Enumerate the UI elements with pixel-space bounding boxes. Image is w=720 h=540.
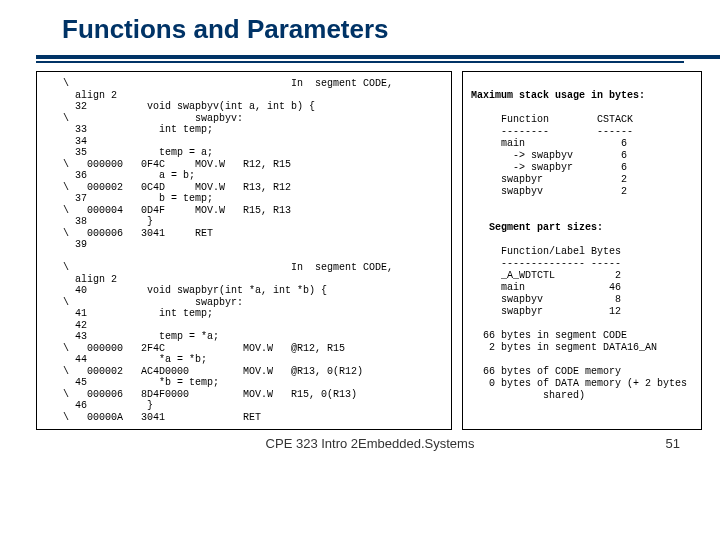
footer: CPE 323 Intro 2Embedded.Systems 51 [0,430,720,451]
content-row: \ In segment CODE, align 2 32 void swapb… [0,63,720,430]
title-underline-thin [36,61,684,63]
title-underline [36,55,684,59]
footer-text: CPE 323 Intro 2Embedded.Systems [0,436,620,451]
stack-heading: Maximum stack usage in bytes: [471,90,645,101]
summary-code: 66 bytes in segment CODE 2 bytes in segm… [471,330,657,353]
stack-table: Function CSTACK -------- ------ main 6 -… [471,114,633,197]
stack-usage-box: Maximum stack usage in bytes: Function C… [462,71,702,430]
page-number: 51 [620,436,680,451]
summary-data: 66 bytes of CODE memory 0 bytes of DATA … [471,366,687,401]
segment-table: Function/Label Bytes -------------- ----… [471,246,621,317]
code-listing-box: \ In segment CODE, align 2 32 void swapb… [36,71,452,430]
segment-heading: Segment part sizes: [471,222,603,233]
slide-title: Functions and Parameters [0,0,720,55]
